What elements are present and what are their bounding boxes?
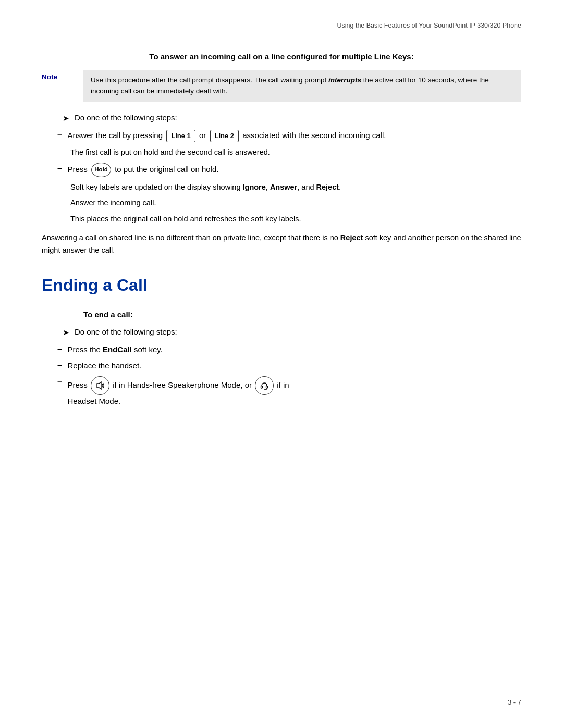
sharing-paragraph: Answering a call on shared line is no di…	[42, 232, 521, 257]
dash2-sub3: This places the original call on hold an…	[70, 213, 521, 225]
svg-rect-1	[261, 386, 263, 388]
note-container: Note Use this procedure after the call p…	[42, 70, 521, 102]
page-header: Using the Basic Features of Your SoundPo…	[42, 21, 521, 35]
end-dash-item-3: – Press if in Hands-free Speakerphone Mo…	[57, 376, 521, 407]
dash-item-2: – Press Hold to put the original call on…	[57, 163, 521, 177]
end-dash-icon-2: –	[57, 360, 62, 371]
page: Using the Basic Features of Your SoundPo…	[0, 0, 563, 728]
end-dash-item-1: – Press the EndCall soft key.	[57, 343, 521, 355]
end-dash-item-2: – Replace the handset.	[57, 360, 521, 372]
dash-list-1: – Answer the call by pressing Line 1 or …	[57, 129, 521, 142]
end-dash-list: – Press the EndCall soft key. – Replace …	[57, 343, 521, 407]
end-bullet-1-text: Do one of the following steps:	[75, 326, 177, 338]
headset-icon	[255, 376, 274, 395]
dash-icon-1: –	[57, 129, 62, 141]
dash-item-1: – Answer the call by pressing Line 1 or …	[57, 129, 521, 142]
end-arrow-icon: ➤	[63, 327, 69, 339]
end-dash-2-text: Replace the handset.	[67, 360, 521, 372]
svg-rect-2	[266, 386, 268, 388]
section-heading: To answer an incoming call on a line con…	[42, 51, 521, 63]
dash-2-text: Press Hold to put the original call on h…	[67, 163, 521, 177]
dash-icon-2: –	[57, 163, 62, 174]
page-footer: 3 - 7	[508, 697, 521, 708]
end-dash-3-text: Press if in Hands-free Speakerphone Mode…	[67, 376, 521, 407]
header-text: Using the Basic Features of Your SoundPo…	[337, 21, 522, 31]
speakerphone-icon	[91, 376, 109, 395]
dash-list-2: – Press Hold to put the original call on…	[57, 163, 521, 177]
hold-button: Hold	[91, 163, 111, 177]
end-bullet-item-1: ➤ Do one of the following steps:	[63, 326, 521, 339]
end-dash-1-text: Press the EndCall soft key.	[67, 343, 521, 355]
note-text-1: Use this procedure after the call prompt…	[91, 76, 326, 84]
dash-1-text: Answer the call by pressing Line 1 or Li…	[67, 129, 521, 142]
note-box: Use this procedure after the call prompt…	[83, 70, 521, 102]
to-end-call-heading: To end a call:	[83, 309, 521, 321]
note-label: Note	[42, 70, 83, 82]
end-call-bullet-list: ➤ Do one of the following steps:	[63, 326, 521, 339]
svg-marker-0	[97, 382, 101, 389]
line2-button: Line 2	[210, 130, 239, 142]
note-text-italic: interrupts	[328, 76, 361, 84]
end-dash-icon-1: –	[57, 343, 62, 355]
arrow-icon: ➤	[63, 113, 69, 125]
main-bullet-list: ➤ Do one of the following steps:	[63, 112, 521, 125]
ending-call-title: Ending a Call	[42, 273, 521, 298]
bullet-1-text: Do one of the following steps:	[75, 112, 177, 124]
dash2-sub1: Soft key labels are updated on the displ…	[70, 181, 521, 193]
bullet-item-1: ➤ Do one of the following steps:	[63, 112, 521, 125]
dash1-sub1: The first call is put on hold and the se…	[70, 146, 521, 158]
end-dash-icon-3: –	[57, 376, 62, 388]
dash2-sub2: Answer the incoming call.	[70, 197, 521, 208]
line1-button: Line 1	[166, 130, 195, 142]
page-number: 3 - 7	[508, 698, 521, 706]
